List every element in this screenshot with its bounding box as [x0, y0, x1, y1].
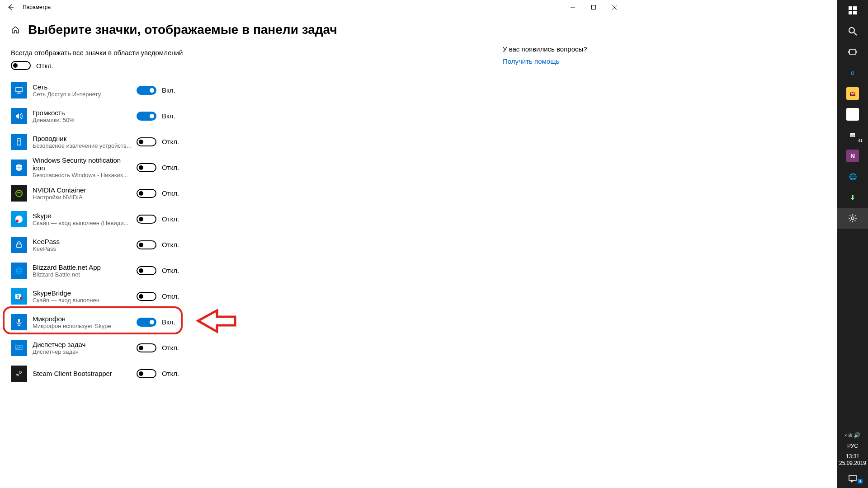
app-item: NVIDIA ContainerНастройки NVIDIAОткл.	[11, 180, 327, 206]
item-name: KeePass	[33, 238, 132, 245]
shield-icon	[11, 160, 27, 176]
item-toggle-label: Откл.	[162, 164, 179, 171]
item-toggle-label: Вкл.	[162, 318, 175, 326]
language-indicator[interactable]: РУС	[837, 441, 868, 451]
taskbar-app-generic[interactable]: ⬇	[837, 187, 868, 208]
always-show-label: Всегда отображать все значки в области у…	[11, 49, 327, 56]
item-toggle[interactable]	[137, 112, 156, 121]
titlebar: Параметры	[0, 0, 627, 14]
app-item: Steam Client BootstrapperОткл.	[11, 361, 327, 386]
mic-icon	[11, 314, 27, 330]
tray-volume-icon[interactable]: 🔊	[854, 432, 860, 438]
steam-icon	[11, 366, 27, 382]
item-subtitle: Микрофон использует Skype	[33, 323, 132, 329]
item-subtitle: Диспетчер задач	[33, 348, 132, 355]
item-toggle[interactable]	[137, 318, 156, 327]
taskbar-clock[interactable]: 13:31 25.09.2019	[839, 451, 866, 469]
back-button[interactable]	[2, 0, 20, 14]
item-toggle-label: Откл.	[162, 241, 179, 249]
item-subtitle: Безопасность Windows - Никаких...	[33, 172, 132, 178]
svg-rect-18	[18, 319, 20, 323]
app-item: Диспетчер задачДиспетчер задачОткл.	[11, 335, 327, 361]
svg-rect-27	[853, 11, 857, 14]
item-subtitle: Скайп — вход выполнен (Невиди...	[33, 220, 132, 226]
item-name: Windows Security notification icon	[33, 156, 132, 172]
page-title: Выберите значки, отображаемые в панели з…	[28, 23, 337, 37]
search-icon[interactable]	[837, 21, 868, 42]
item-toggle[interactable]	[137, 163, 156, 172]
svg-rect-25	[853, 6, 857, 10]
item-subtitle: Сеть Доступ к Интернету	[33, 91, 132, 98]
taskbar-app-explorer[interactable]: 🗂	[837, 83, 868, 104]
help-link[interactable]: Получить помощь	[503, 57, 616, 65]
svg-rect-5	[16, 88, 22, 92]
item-toggle-label: Откл.	[162, 267, 179, 274]
item-toggle[interactable]	[137, 86, 156, 95]
taskbar-app-edge[interactable]: e	[837, 62, 868, 83]
app-item: МикрофонМикрофон использует SkypeВкл.	[11, 309, 327, 335]
action-center-icon[interactable]	[837, 469, 868, 488]
maximize-button[interactable]	[583, 0, 604, 14]
minimize-button[interactable]	[562, 0, 583, 14]
taskmgr-icon	[11, 340, 27, 356]
annotation-arrow-icon	[195, 309, 236, 335]
help-sidebar: У вас появились вопросы? Получить помощь	[503, 42, 616, 386]
taskbar-app-chrome[interactable]: 🌐	[837, 166, 868, 187]
item-name: Skype	[33, 212, 132, 220]
svg-rect-26	[849, 11, 852, 14]
item-name: Проводник	[33, 135, 132, 142]
svg-point-33	[851, 217, 854, 220]
item-name: Громкость	[33, 109, 132, 117]
item-name: Steam Client Bootstrapper	[33, 370, 132, 377]
svg-rect-30	[849, 50, 856, 54]
svg-rect-8	[17, 139, 21, 145]
task-view-icon[interactable]	[837, 42, 868, 62]
app-item: СетьСеть Доступ к ИнтернетуВкл.	[11, 77, 327, 103]
start-button[interactable]	[837, 0, 868, 21]
item-toggle[interactable]	[137, 215, 156, 224]
item-toggle-label: Откл.	[162, 215, 179, 223]
master-toggle-label: Откл.	[36, 62, 53, 70]
svg-point-11	[16, 190, 22, 197]
svg-point-20	[15, 370, 23, 377]
taskbar-app-store[interactable]: 🛍	[837, 104, 868, 125]
svg-text:S: S	[17, 294, 19, 299]
item-subtitle: Настройки NVIDIA	[33, 194, 132, 201]
item-toggle-label: Вкл.	[162, 112, 175, 120]
chevron-left-icon: ‹	[845, 432, 847, 438]
svg-point-13	[16, 220, 19, 222]
item-toggle[interactable]	[137, 137, 156, 146]
help-question: У вас появились вопросы?	[503, 45, 616, 53]
app-item: Blizzard Battle.net AppBlizzard Battle.n…	[11, 258, 327, 283]
item-toggle-label: Откл.	[162, 344, 179, 352]
app-item: SkypeСкайп — вход выполнен (Невиди...Отк…	[11, 206, 327, 232]
taskbar-app-settings[interactable]	[837, 208, 868, 229]
tray-overflow[interactable]: ‹ ⎚ 🔊	[837, 430, 868, 441]
item-toggle[interactable]	[137, 369, 156, 378]
item-toggle[interactable]	[137, 266, 156, 275]
app-item: Windows Security notification iconБезопа…	[11, 155, 327, 180]
item-toggle[interactable]	[137, 189, 156, 198]
svg-line-29	[854, 33, 857, 35]
taskbar-app-mail[interactable]: ✉	[837, 125, 868, 145]
item-subtitle: Скайп — вход выполнен	[33, 297, 132, 304]
close-button[interactable]	[604, 0, 625, 14]
item-name: Blizzard Battle.net App	[33, 263, 132, 271]
svg-rect-14	[17, 244, 21, 248]
tray-display-icon[interactable]: ⎚	[849, 432, 852, 438]
item-subtitle: KeePass	[33, 245, 132, 252]
item-toggle[interactable]	[137, 343, 156, 352]
item-toggle[interactable]	[137, 240, 156, 249]
item-toggle-label: Откл.	[162, 189, 179, 197]
item-toggle[interactable]	[137, 292, 156, 301]
taskbar-app-onenote[interactable]: N	[837, 145, 868, 166]
skypebridge-icon: S	[11, 288, 27, 305]
nvidia-icon	[11, 185, 27, 202]
master-toggle[interactable]	[11, 61, 31, 70]
item-name: Микрофон	[33, 315, 132, 323]
item-toggle-label: Откл.	[162, 138, 179, 145]
settings-window: Параметры Выберите значки, отображаемые …	[0, 0, 627, 488]
item-name: Сеть	[33, 83, 132, 91]
svg-rect-2	[592, 5, 596, 9]
home-button[interactable]	[11, 25, 20, 34]
